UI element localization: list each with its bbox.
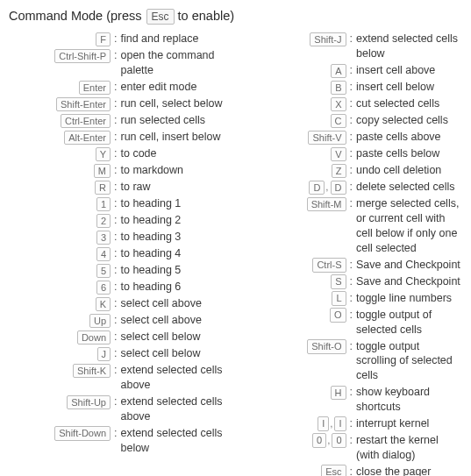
shortcut-keys: K (9, 296, 114, 311)
key: Up (89, 314, 111, 329)
shortcut-keys: L (239, 291, 350, 306)
shortcut-keys: B (239, 80, 350, 95)
colon: : (114, 48, 120, 63)
shortcut-row: 5:to heading 5 (9, 263, 232, 278)
shortcut-desc: run selected cells (120, 113, 232, 128)
shortcut-keys: X (239, 96, 350, 111)
colon: : (350, 63, 356, 78)
shortcut-row: M:to markdown (9, 163, 232, 178)
colon: : (114, 113, 120, 128)
shortcut-desc: cut selected cells (356, 96, 462, 111)
colon: : (350, 80, 356, 95)
colon: : (114, 426, 120, 441)
shortcut-keys: Shift-Down (9, 426, 114, 441)
shortcut-row: Shift-V:paste cells above (239, 130, 463, 145)
key: Shift-V (308, 131, 346, 146)
key: L (332, 291, 346, 306)
shortcut-row: 1:to heading 1 (9, 196, 232, 211)
key: K (96, 297, 111, 312)
shortcut-keys: 5 (9, 263, 114, 278)
key: B (331, 81, 346, 96)
shortcut-keys: Shift-Enter (9, 96, 114, 111)
key: C (331, 114, 346, 129)
shortcut-desc: enter edit mode (120, 80, 232, 95)
heading-suffix: to enable) (175, 9, 235, 23)
shortcut-columns: F:find and replaceCtrl-Shift-P:open the … (9, 32, 462, 476)
shortcut-keys: Shift-K (9, 363, 114, 378)
key: Ctrl-Enter (61, 114, 111, 129)
colon: : (350, 465, 356, 476)
key-separator: , (326, 435, 331, 445)
shortcut-desc: insert cell below (356, 80, 462, 95)
shortcut-desc: select cell below (120, 330, 232, 345)
shortcut-row: 2:to heading 2 (9, 213, 232, 228)
shortcut-keys: D,D (239, 180, 350, 195)
colon: : (350, 433, 356, 448)
shortcut-keys: Shift-M (239, 196, 350, 211)
key: H (331, 386, 346, 401)
shortcut-column-left: F:find and replaceCtrl-Shift-P:open the … (9, 32, 232, 476)
shortcut-keys: O (239, 308, 350, 323)
shortcut-row: V:paste cells below (239, 146, 463, 161)
colon: : (350, 258, 356, 273)
key: Down (77, 330, 111, 345)
colon: : (114, 280, 120, 295)
shortcut-column-right: Shift-J:extend selected cells belowA:ins… (239, 32, 463, 476)
shortcut-row: L:toggle line numbers (239, 291, 463, 306)
shortcut-row: Alt-Enter:run cell, insert below (9, 130, 232, 145)
colon: : (114, 363, 120, 378)
shortcut-desc: extend selected cells above (120, 394, 232, 424)
key: Esc (321, 465, 346, 476)
shortcut-keys: 1 (9, 196, 114, 211)
shortcut-row: Ctrl-Shift-P:open the command palette (9, 48, 232, 78)
shortcut-row: 4:to heading 4 (9, 246, 232, 261)
colon: : (350, 385, 356, 400)
colon: : (114, 246, 120, 261)
shortcut-desc: run cell, insert below (120, 130, 232, 145)
shortcut-desc: merge selected cells, or current cell wi… (356, 196, 462, 256)
key: S (331, 274, 346, 289)
shortcut-keys: H (239, 385, 350, 400)
shortcut-row: K:select cell above (9, 296, 232, 311)
shortcut-row: Down:select cell below (9, 330, 232, 345)
shortcut-desc: select cell above (120, 296, 232, 311)
key: Shift-Up (67, 395, 111, 410)
shortcut-keys: 0,0 (239, 433, 350, 448)
shortcut-desc: to heading 6 (120, 280, 232, 295)
key: Z (332, 164, 346, 179)
heading-key: Esc (146, 9, 175, 25)
key: Shift-Down (54, 426, 111, 441)
key: 0 (312, 433, 326, 448)
key: A (331, 64, 346, 79)
shortcut-row: Shift-K:extend selected cells above (9, 363, 232, 393)
shortcut-row: I,I:interrupt kernel (239, 416, 463, 431)
colon: : (114, 230, 120, 245)
shortcut-keys: Alt-Enter (9, 130, 114, 145)
key: Ctrl-S (312, 258, 346, 273)
shortcut-desc: toggle output of selected cells (356, 308, 462, 337)
shortcut-row: Y:to code (9, 146, 232, 161)
shortcut-row: F:find and replace (9, 32, 232, 46)
shortcut-row: Shift-O:toggle output scrolling of selec… (239, 339, 463, 384)
shortcut-desc: to heading 3 (120, 230, 232, 245)
key: 6 (96, 281, 111, 295)
shortcut-keys: Ctrl-Enter (9, 113, 114, 128)
shortcut-desc: run cell, select below (120, 96, 232, 111)
shortcut-keys: Up (9, 313, 114, 328)
colon: : (350, 416, 356, 431)
colon: : (350, 291, 356, 306)
colon: : (114, 330, 120, 345)
shortcut-desc: paste cells above (356, 130, 462, 145)
shortcut-desc: show keyboard shortcuts (356, 385, 462, 415)
shortcut-row: R:to raw (9, 180, 232, 195)
shortcut-keys: Shift-J (239, 32, 350, 46)
key: 1 (96, 197, 111, 212)
key: I (318, 416, 329, 431)
shortcut-desc: undo cell deletion (356, 163, 462, 178)
key: 3 (96, 231, 111, 245)
shortcut-keys: S (239, 274, 350, 289)
shortcut-keys: Down (9, 330, 114, 345)
shortcut-desc: to heading 2 (120, 213, 232, 228)
shortcut-keys: J (9, 346, 114, 361)
shortcut-desc: to heading 1 (120, 196, 232, 211)
